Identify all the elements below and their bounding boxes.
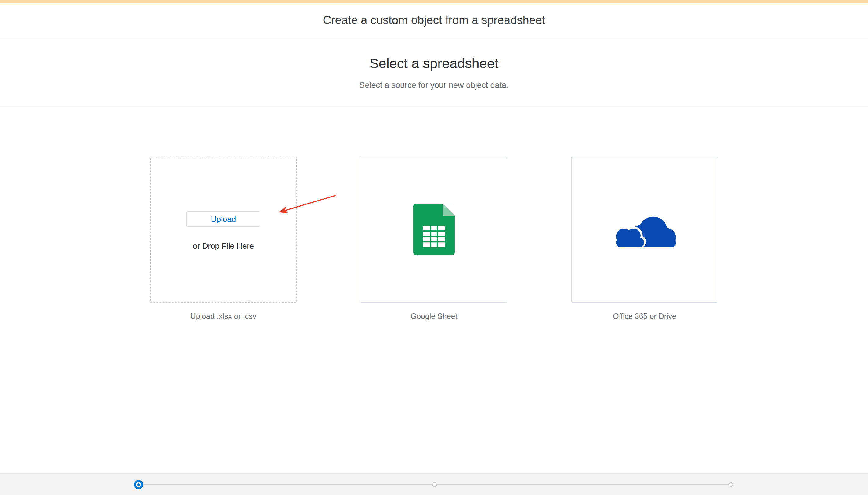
progress-bar [0, 473, 868, 495]
google-sheets-icon [413, 204, 455, 256]
google-sheet-card[interactable] [361, 157, 507, 303]
google-sheet-caption: Google Sheet [411, 312, 458, 321]
source-cards-row: Upload or Drop File Here Upload .xlsx or… [0, 157, 868, 321]
drop-file-hint: or Drop File Here [193, 241, 254, 251]
office-caption: Office 365 or Drive [613, 312, 676, 321]
step-title: Select a spreadsheet [0, 55, 868, 71]
upload-caption: Upload .xlsx or .csv [190, 312, 257, 321]
page-header: Create a custom object from a spreadshee… [0, 3, 868, 38]
step-subtitle: Select a source for your new object data… [0, 81, 868, 90]
google-sheet-source-column: Google Sheet [361, 157, 507, 321]
page-title: Create a custom object from a spreadshee… [323, 14, 545, 27]
progress-step-2[interactable] [432, 482, 437, 487]
upload-button[interactable]: Upload [186, 211, 260, 227]
office-card[interactable] [571, 157, 718, 303]
onedrive-cloud-icon [608, 207, 681, 253]
upload-dropzone[interactable]: Upload or Drop File Here [150, 157, 297, 303]
brand-strip [0, 0, 868, 3]
upload-source-column: Upload or Drop File Here Upload .xlsx or… [150, 157, 297, 321]
source-selection-area: Upload or Drop File Here Upload .xlsx or… [0, 157, 868, 321]
office-source-column: Office 365 or Drive [571, 157, 718, 321]
progress-step-1[interactable] [134, 480, 143, 489]
step-intro: Select a spreadsheet Select a source for… [0, 38, 868, 107]
progress-step-3[interactable] [729, 482, 733, 487]
